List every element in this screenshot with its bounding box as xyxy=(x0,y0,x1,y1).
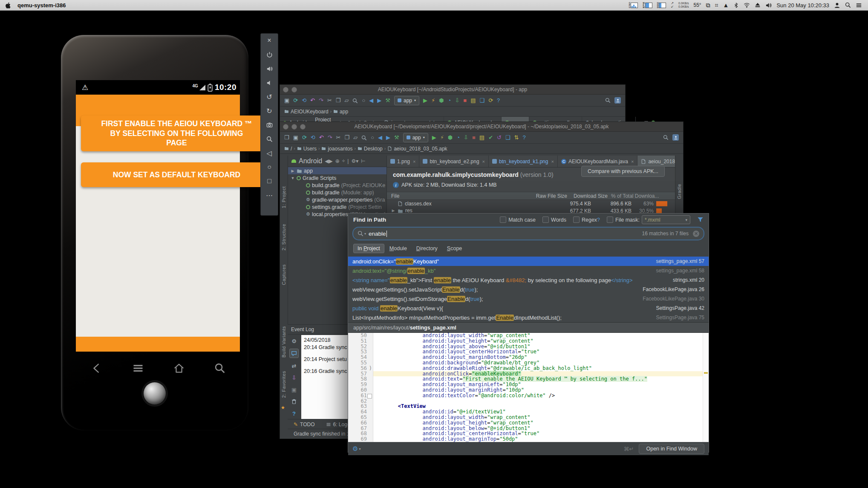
toolbar-icon[interactable]: ▶ xyxy=(386,135,390,140)
checkbox-icon[interactable]: ▣ xyxy=(290,385,298,394)
toolbar-icon[interactable]: ? xyxy=(523,135,526,140)
close-icon[interactable]: × xyxy=(264,35,274,46)
compare-apk-button[interactable]: Compare with previous APK... xyxy=(581,166,665,177)
find-icon[interactable] xyxy=(361,134,367,140)
toolbar-icon[interactable]: ○ xyxy=(362,98,365,103)
help-icon[interactable]: ? xyxy=(290,409,298,418)
user-icon[interactable] xyxy=(834,2,840,9)
todo-tool-button[interactable]: ✎TODO xyxy=(294,422,315,427)
toolbar-icon[interactable]: ❑ xyxy=(505,135,510,140)
search-result-row[interactable]: public void enableKeyboard(View v){Setti… xyxy=(348,303,709,313)
trash-icon[interactable] xyxy=(290,397,298,406)
editor-scrollbar[interactable] xyxy=(703,333,709,442)
toolbar-icon[interactable]: ⚒ xyxy=(385,98,390,103)
breadcrumb-item[interactable]: AEIOUKeyboard xyxy=(284,109,329,115)
window2-title-bar[interactable]: AEIOUKeyboard [~/Development/AEIOUKeyboa… xyxy=(280,122,683,132)
istat-window-icon[interactable]: ⧉ xyxy=(706,2,710,9)
toolbar-icon[interactable]: ◀ xyxy=(378,135,382,140)
search-input[interactable]: ▾ enable 16 matches in 7 files ✕ xyxy=(352,227,704,240)
close-tab-icon[interactable]: × xyxy=(482,159,485,164)
project-tree-row[interactable]: ▶app xyxy=(288,167,386,174)
volume-icon[interactable] xyxy=(765,2,772,9)
filter-funnel-icon[interactable] xyxy=(697,217,704,223)
avatar[interactable] xyxy=(614,97,621,104)
toolbar-icon[interactable]: ⇅ xyxy=(514,135,519,140)
search-result-row[interactable]: <string name="enable_kb">First enable th… xyxy=(348,275,709,285)
project-tree-row[interactable]: settings.gradle (Project Settin xyxy=(288,203,386,211)
find-option[interactable]: Regex? xyxy=(573,217,600,223)
volume-down-icon[interactable] xyxy=(264,78,274,88)
toolbar-icon[interactable]: ↶ xyxy=(319,135,324,140)
checkbox-icon[interactable] xyxy=(500,217,506,223)
checkbox-icon[interactable] xyxy=(573,217,580,223)
avatar[interactable] xyxy=(672,134,679,141)
export-icon[interactable]: ⇩ xyxy=(290,373,298,382)
temperature[interactable]: 55° xyxy=(694,2,701,8)
overview-icon[interactable]: □ xyxy=(264,176,274,186)
scope-tab[interactable]: Scope xyxy=(443,244,466,253)
toolbar-icon[interactable]: ❑ xyxy=(479,98,484,103)
close-tab-icon[interactable]: × xyxy=(631,159,634,164)
network-speed[interactable]: 0.0KB/s0.0KB/s xyxy=(678,2,689,9)
apk-table-row[interactable]: classes.dex975.4 KB896.6 KB63% xyxy=(387,200,675,207)
find-option[interactable]: Words xyxy=(542,217,566,223)
back-icon[interactable]: ◁ xyxy=(264,148,274,158)
hdd-meter[interactable]: HDD xyxy=(657,2,666,9)
locate-icon[interactable]: ⊕ xyxy=(335,158,340,164)
toolbar-icon[interactable]: ⟲ xyxy=(302,98,306,103)
toolbar-icon[interactable]: ■ xyxy=(472,135,476,140)
apple-menu-icon[interactable] xyxy=(5,2,12,9)
toolbar-icon[interactable]: ⬢ xyxy=(448,135,453,140)
rotate-left-icon[interactable]: ↺ xyxy=(264,92,274,102)
run-configuration-combo[interactable]: app▾ xyxy=(403,133,428,142)
toolbar-icon[interactable]: ⚒ xyxy=(394,135,399,140)
breadcrumb-item[interactable]: / xyxy=(284,146,292,152)
find-icon[interactable] xyxy=(352,97,358,103)
settings-gear-icon[interactable]: ⚙ xyxy=(352,445,358,453)
open-in-find-window-button[interactable]: Open in Find Window xyxy=(639,444,704,454)
settings-gear-icon[interactable]: ⚙▾ xyxy=(351,158,358,164)
toolbar-icon[interactable]: ⇩ xyxy=(464,135,468,140)
rotate-right-icon[interactable]: ↻ xyxy=(264,106,274,116)
checkbox-icon[interactable] xyxy=(607,217,613,223)
editor-tab[interactable]: CAEIOUKeyboardMain.java× xyxy=(558,156,638,167)
menu-bar-clock[interactable]: Sun 20 May 10:20:33 xyxy=(776,2,829,9)
window1-title-bar[interactable]: AEIOUKeyboard [~/AndroidStudioProjects/A… xyxy=(280,85,625,95)
project-tree-row[interactable]: build.gradle (Project: AEIOUKe xyxy=(288,182,386,189)
set-default-keyboard-button[interactable]: NOW SET AS DEFAULT KEYBOARD › xyxy=(81,162,272,187)
find-option[interactable]: File mask:*.mxml▾ xyxy=(607,215,690,224)
search-result-row[interactable]: android:text="@string/enable_kb"settings… xyxy=(348,266,709,275)
collapse-icon[interactable]: ÷ xyxy=(342,158,345,164)
toolbar-icon[interactable]: ◔ xyxy=(448,98,451,103)
nav-menu-icon[interactable] xyxy=(132,362,144,374)
cpu-meter[interactable]: CPU xyxy=(629,2,638,9)
toolbar-icon[interactable]: ⟳ xyxy=(488,98,493,103)
active-app-name[interactable]: qemu-system-i386 xyxy=(17,2,66,9)
chat-bubble-icon[interactable] xyxy=(289,349,299,358)
home-icon[interactable]: ○ xyxy=(264,162,274,172)
power-icon[interactable] xyxy=(264,49,274,60)
toolbar-icon[interactable]: ✂ xyxy=(336,135,341,140)
toolbar-icon[interactable]: ↺ xyxy=(497,135,502,140)
toolbar-icon[interactable]: ◔ xyxy=(456,135,460,140)
gradle-tool-button[interactable]: Gradle xyxy=(677,184,682,199)
run-configuration-combo[interactable]: app▾ xyxy=(394,96,419,105)
toolbar-icon[interactable]: ▱ xyxy=(353,135,358,140)
clear-search-icon[interactable]: ✕ xyxy=(693,231,699,237)
toolbar-icon[interactable]: ✔ xyxy=(488,135,493,140)
bluetooth-icon[interactable] xyxy=(733,3,739,8)
breadcrumb-item[interactable]: Users xyxy=(297,146,317,152)
toolbar-icon[interactable]: ▶ xyxy=(377,98,381,103)
eject-icon[interactable] xyxy=(755,2,761,8)
trackball[interactable] xyxy=(144,382,166,404)
tool-strip-button[interactable]: Build Variants xyxy=(281,326,286,358)
enable-keyboard-button[interactable]: FIRST ENABLE THE AEIOU KEYBOARD ™ BY SEL… xyxy=(81,116,272,151)
project-tree-row[interactable]: ⚙gradle-wrapper.properties (Gra xyxy=(288,196,386,203)
toolbar-icon[interactable]: ⟳ xyxy=(293,98,298,103)
hide-icon[interactable]: ⊢ xyxy=(361,158,365,164)
more-icon[interactable]: ⋯ xyxy=(264,190,274,200)
toolbar-icon[interactable]: ◀ xyxy=(369,98,373,103)
file-mask-combo[interactable]: *.mxml▾ xyxy=(642,215,690,224)
toolbar-icon[interactable]: ❐ xyxy=(336,98,341,103)
breadcrumb-item[interactable]: aeiou_2018_03_05.apk xyxy=(387,146,447,152)
